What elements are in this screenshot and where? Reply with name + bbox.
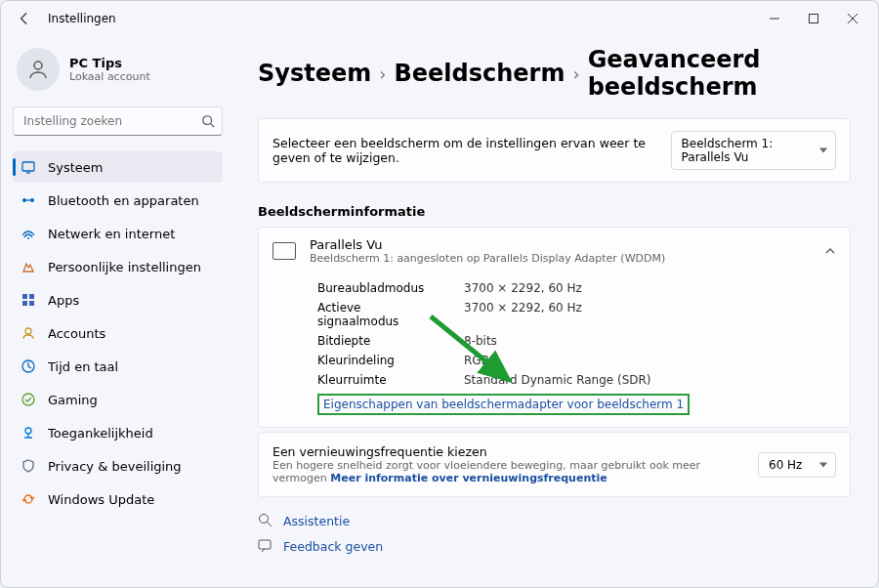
person-icon [26,58,50,81]
svg-rect-7 [22,294,27,299]
back-button[interactable] [11,5,38,32]
close-icon [848,14,858,23]
sidebar-item-systeem[interactable]: Systeem [13,151,223,183]
sidebar-item-gaming[interactable]: Gaming [13,384,223,415]
sidebar-item-label: Persoonlijke instellingen [48,260,201,274]
help-icon [258,513,273,528]
monitor-icon [272,242,296,260]
sidebar-item-label: Bluetooth en apparaten [48,193,199,208]
minimize-button[interactable] [755,5,794,32]
chevron-right-icon: › [572,63,579,84]
nav-icon [21,226,36,241]
crumb-system[interactable]: Systeem [258,60,371,87]
sidebar-item-accounts[interactable]: Accounts [13,317,223,349]
info-key: Bureaubladmodus [317,281,444,295]
info-value: RGB [464,354,489,367]
nav-icon [21,425,36,441]
nav: SysteemBluetooth en apparatenNetwerk en … [13,151,223,515]
feedback-icon [258,538,273,554]
nav-icon [21,259,36,274]
avatar [17,48,60,91]
section-title: Beeldscherminformatie [258,204,851,219]
refresh-desc: Een hogere snelheid zorgt voor vloeiende… [272,459,742,484]
svg-rect-0 [810,15,818,23]
help-link[interactable]: Assistentie [258,513,851,528]
breadcrumb: Systeem › Beeldscherm › Geavanceerd beel… [258,46,851,101]
arrow-left-icon [18,12,31,25]
user-block[interactable]: PC Tips Lokaal account [13,42,223,101]
refresh-more-link[interactable]: Meer informatie over vernieuwingsfrequen… [330,472,607,484]
display-dropdown-value: Beeldscherm 1: Parallels Vu [682,137,774,164]
svg-rect-9 [22,301,27,306]
footer-links: Assistentie Feedback geven [258,513,851,554]
svg-rect-3 [22,162,34,171]
sidebar-item-persoonlijke-instellingen[interactable]: Persoonlijke instellingen [13,251,223,282]
display-name: Parallels Vu [310,237,665,252]
search-box [13,106,223,136]
search-icon [201,113,215,132]
page-title: Geavanceerd beeldscherm [588,46,851,101]
info-value: Standard Dynamic Range (SDR) [464,373,651,387]
sidebar-item-label: Privacy & beveiliging [48,459,182,474]
info-row: Bitdiepte8-bits [317,331,836,351]
info-value: 3700 × 2292, 60 Hz [464,301,582,328]
user-sub: Lokaal account [69,70,150,83]
feedback-label: Feedback geven [283,539,383,554]
sidebar-item-label: Apps [48,293,79,308]
nav-icon [21,392,36,407]
user-name: PC Tips [69,56,150,70]
nav-icon [21,159,36,175]
sidebar-item-windows-update[interactable]: Windows Update [13,483,223,515]
sidebar-item-tijd-en-taal[interactable]: Tijd en taal [13,351,223,382]
maximize-icon [809,14,818,23]
sidebar-item-label: Gaming [48,393,98,407]
nav-icon [21,358,36,374]
sidebar-item-toegankelijkheid[interactable]: Toegankelijkheid [13,417,223,448]
selector-text: Selecteer een beeldscherm om de instelli… [272,136,671,165]
minimize-icon [770,14,779,23]
help-label: Assistentie [283,514,350,528]
info-value: 3700 × 2292, 60 Hz [464,281,582,295]
sidebar-item-label: Systeem [48,160,103,175]
svg-rect-10 [29,301,34,306]
sidebar-item-apps[interactable]: Apps [13,284,223,315]
chevron-right-icon: › [379,63,386,84]
crumb-display[interactable]: Beeldscherm [394,60,565,87]
svg-rect-16 [259,540,271,549]
sidebar: PC Tips Lokaal account SysteemBluetooth … [1,36,230,587]
titlebar: Instellingen [1,1,878,36]
display-info-header[interactable]: Parallels Vu Beeldscherm 1: aangesloten … [259,228,850,274]
sidebar-item-netwerk-en-internet[interactable]: Netwerk en internet [13,218,223,249]
sidebar-item-label: Accounts [48,326,105,341]
display-dropdown[interactable]: Beeldscherm 1: Parallels Vu [671,131,836,170]
window-title: Instellingen [48,12,116,25]
nav-icon [21,325,36,341]
refresh-rate-value: 60 Hz [769,458,802,472]
sidebar-item-privacy-beveiliging[interactable]: Privacy & beveiliging [13,450,223,482]
adapter-properties-link[interactable]: Eigenschappen van beeldschermadapter voo… [317,394,690,415]
info-key: Kleurruimte [317,373,444,387]
info-key: Actieve signaalmodus [317,301,444,328]
refresh-rate-dropdown[interactable]: 60 Hz [758,452,836,478]
search-input[interactable] [13,106,223,136]
sidebar-item-label: Tijd en taal [48,359,118,374]
settings-window: Instellingen PC Tips Lokaal account [0,0,879,588]
info-row: Actieve signaalmodus3700 × 2292, 60 Hz [317,298,836,331]
info-key: Bitdiepte [317,334,444,348]
svg-point-6 [27,237,29,239]
nav-icon [21,192,36,208]
close-button[interactable] [833,5,872,32]
nav-icon [21,292,36,308]
svg-point-1 [34,62,42,69]
nav-icon [21,458,36,474]
display-info-card: Parallels Vu Beeldscherm 1: aangesloten … [258,227,851,428]
sidebar-item-bluetooth-en-apparaten[interactable]: Bluetooth en apparaten [13,185,223,216]
chevron-up-icon [824,242,836,261]
content: Systeem › Beeldscherm › Geavanceerd beel… [230,36,878,587]
svg-rect-8 [29,294,34,299]
maximize-button[interactable] [794,5,833,32]
svg-point-14 [25,428,31,434]
display-sub: Beeldscherm 1: aangesloten op Parallels … [310,252,665,265]
feedback-link[interactable]: Feedback geven [258,538,851,554]
refresh-rate-card: Een vernieuwingsfrequentie kiezen Een ho… [258,432,851,497]
